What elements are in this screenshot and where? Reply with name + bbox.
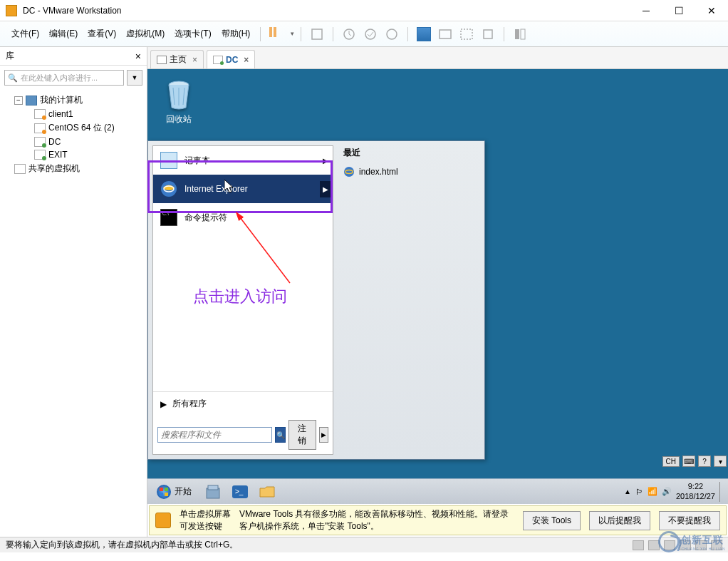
home-icon	[157, 56, 167, 64]
cmd-icon	[160, 209, 177, 226]
start-search-row: 🔍 注销 ▶	[153, 416, 333, 454]
help-small-icon[interactable]: ?	[698, 456, 711, 467]
svg-rect-19	[165, 493, 168, 496]
hint-text: 单击虚拟屏幕 可发送按键	[180, 508, 231, 532]
status-text: 要将输入定向到该虚拟机，请在虚拟机内部单击或按 Ctrl+G。	[6, 539, 238, 551]
menu-view[interactable]: 查看(V)	[83, 25, 120, 43]
library-title: 库	[6, 50, 14, 62]
tab-close-icon[interactable]: ×	[244, 55, 249, 65]
taskbar-server-manager-icon[interactable]	[202, 482, 224, 502]
svg-rect-5	[461, 29, 472, 39]
cd-icon[interactable]	[648, 540, 660, 550]
system-clock[interactable]: 9:22 2018/12/27	[676, 482, 715, 500]
svg-rect-8	[521, 29, 525, 39]
logout-group: 注销 ▶	[288, 420, 328, 450]
logout-button[interactable]: 注销	[288, 420, 316, 450]
tree-exit[interactable]: EXIT	[0, 148, 147, 161]
monitor-icon	[26, 96, 37, 105]
remind-later-button[interactable]: 以后提醒我	[589, 511, 650, 530]
svg-rect-6	[484, 30, 492, 38]
tab-dc[interactable]: DC ×	[207, 50, 255, 68]
vm-running-icon	[213, 56, 223, 64]
tree-dc[interactable]: DC	[0, 135, 147, 148]
window-controls: ─ ☐ ✕	[630, 0, 728, 21]
title-bar: DC - VMware Workstation ─ ☐ ✕	[0, 0, 728, 21]
close-button[interactable]: ✕	[695, 0, 728, 21]
tab-home[interactable]: 主页 ×	[150, 50, 204, 68]
tray-expand-icon[interactable]: ▲	[624, 488, 631, 495]
taskbar-powershell-icon[interactable]: >_	[229, 482, 251, 502]
main-split: 库 × 🔍 在此处键入内容进行... ▼ − 我的计算机 client1 Cen…	[0, 47, 728, 537]
library-toggle-icon[interactable]	[513, 27, 527, 41]
sound-icon[interactable]	[695, 540, 707, 550]
tray-volume-icon[interactable]: 🔊	[662, 487, 672, 496]
chevron-right-icon: ▶	[320, 181, 331, 197]
install-tools-button[interactable]: 安装 Tools	[523, 511, 581, 530]
svg-rect-21	[208, 485, 218, 490]
tools-message: VMware Tools 具有很多功能，能改善鼠标移动性、视频和性能。请登录客户…	[239, 508, 514, 532]
start-button[interactable]: 开始	[150, 483, 197, 501]
unity-icon[interactable]	[417, 27, 431, 41]
tray-flag-icon[interactable]: 🏳	[635, 488, 643, 496]
console-icon[interactable]	[438, 27, 452, 41]
start-search-input[interactable]	[157, 427, 272, 443]
start-search-button[interactable]: 🔍	[275, 427, 286, 443]
menu-help[interactable]: 帮助(H)	[217, 25, 255, 43]
printer-icon[interactable]	[711, 540, 722, 550]
library-header: 库 ×	[0, 47, 147, 66]
taskbar-explorer-icon[interactable]	[256, 482, 279, 502]
pause-icon[interactable]	[269, 27, 284, 41]
network-icon[interactable]	[664, 540, 675, 550]
start-menu-recent: 最近 index.html	[338, 141, 484, 459]
library-close-icon[interactable]: ×	[135, 51, 141, 62]
disk-icon[interactable]	[633, 540, 644, 550]
start-item-cmd[interactable]: 命令提示符	[153, 203, 333, 232]
start-item-ie[interactable]: Internet Explorer ▶	[153, 175, 333, 203]
fullscreen-icon[interactable]	[459, 27, 474, 41]
menu-tabs[interactable]: 选项卡(T)	[170, 25, 215, 43]
vm-desktop[interactable]: 回收站 CH ⌨ ? ▾ 记事本 ▶	[147, 69, 728, 504]
send-keys-icon[interactable]	[310, 27, 324, 41]
maximize-button[interactable]: ☐	[662, 0, 695, 21]
recent-item-index-html[interactable]: index.html	[340, 163, 482, 180]
svg-point-3	[387, 29, 397, 39]
tab-strip: 主页 × DC ×	[147, 47, 728, 69]
start-item-notepad[interactable]: 记事本 ▶	[153, 146, 333, 175]
svg-rect-18	[160, 493, 163, 496]
start-all-programs[interactable]: ▶ 所有程序	[153, 391, 333, 416]
revert-icon[interactable]	[385, 27, 399, 41]
lang-indicator[interactable]: CH	[662, 456, 680, 467]
minimize-button[interactable]: ─	[630, 0, 662, 21]
stretch-icon[interactable]	[481, 27, 495, 41]
tab-close-icon[interactable]: ×	[192, 55, 197, 65]
tree-shared[interactable]: 共享的虚拟机	[0, 161, 147, 176]
menu-edit[interactable]: 编辑(E)	[45, 25, 82, 43]
tree-my-computer[interactable]: − 我的计算机	[0, 93, 147, 108]
tray-network-icon[interactable]: 📶	[648, 487, 657, 496]
chevron-right-icon: ▶	[160, 399, 167, 409]
ie-file-icon	[343, 166, 355, 177]
snapshot-manager-icon[interactable]	[363, 27, 378, 41]
library-search-placeholder: 在此处键入内容进行...	[21, 73, 98, 83]
menu-file[interactable]: 文件(F)	[7, 25, 43, 43]
menu-vm[interactable]: 虚拟机(M)	[122, 25, 169, 43]
svg-rect-16	[160, 488, 163, 491]
tree-centos[interactable]: CentOS 64 位 (2)	[0, 120, 147, 135]
tree-client1[interactable]: client1	[0, 108, 147, 120]
snapshot-icon[interactable]	[342, 27, 356, 41]
library-tree: − 我的计算机 client1 CentOS 64 位 (2) DC EXIT	[0, 90, 147, 179]
usb-icon[interactable]	[680, 540, 691, 550]
power-options-button[interactable]: ▶	[319, 427, 328, 443]
menu-bar: 文件(F) 编辑(E) 查看(V) 虚拟机(M) 选项卡(T) 帮助(H) ▼	[0, 21, 728, 47]
show-desktop-button[interactable]	[719, 482, 725, 502]
dont-remind-button[interactable]: 不要提醒我	[659, 511, 720, 530]
library-search-input[interactable]: 🔍 在此处键入内容进行...	[4, 70, 124, 86]
options-small-icon[interactable]: ▾	[714, 456, 727, 467]
collapse-icon[interactable]: −	[14, 96, 23, 105]
windows-orb-icon	[156, 484, 172, 500]
svg-rect-4	[440, 30, 451, 38]
ime-icon[interactable]: ⌨	[682, 456, 695, 467]
search-dropdown-button[interactable]: ▼	[127, 70, 142, 86]
recycle-bin[interactable]: 回收站	[165, 79, 193, 125]
system-tray: ▲ 🏳 📶 🔊 9:22 2018/12/27	[624, 482, 725, 502]
